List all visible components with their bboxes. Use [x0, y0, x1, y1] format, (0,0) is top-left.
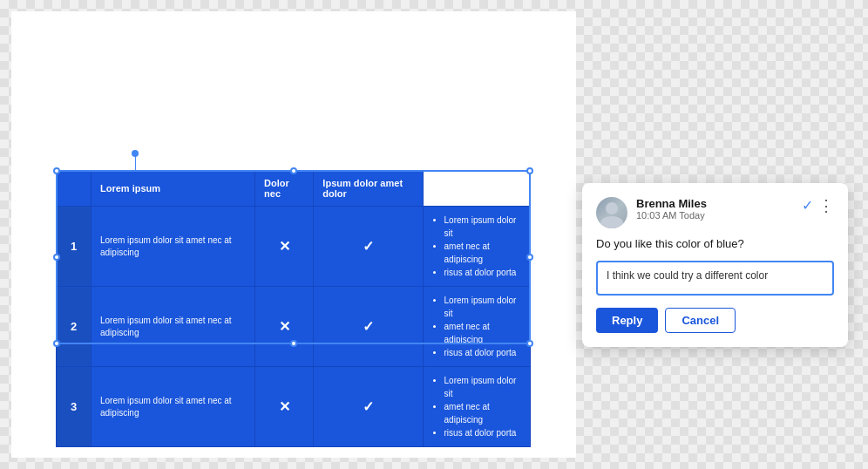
bullet-item: amet nec at adipiscing — [444, 320, 521, 346]
comment-header: Brenna Miles 10:03 AM Today ✓ ⋮ — [596, 197, 834, 228]
table-row: 1 Lorem ipsum dolor sit amet nec at adip… — [57, 207, 531, 287]
more-options-icon[interactable]: ⋮ — [818, 198, 834, 214]
bullet-item: amet nec at adipiscing — [444, 240, 521, 266]
check-icon-3 — [363, 399, 374, 414]
resolve-icon[interactable]: ✓ — [802, 197, 813, 214]
col-header-ipsum: Ipsum dolor amet dolor — [314, 171, 423, 207]
row-num-2: 2 — [57, 287, 92, 367]
bullet-item: risus at dolor porta — [444, 426, 521, 439]
col-header-dolor: Dolor nec — [255, 171, 314, 207]
comment-meta: Brenna Miles 10:03 AM Today — [636, 197, 793, 221]
bullet-item: Lorem ipsum dolor sit — [444, 374, 521, 400]
col-header-lorem: Lorem ipsum — [92, 171, 255, 207]
col-header-num — [57, 171, 92, 207]
row-cross-3 — [255, 367, 314, 447]
row-text-3: Lorem ipsum dolor sit amet nec at adipis… — [92, 367, 255, 447]
row-cross-2 — [255, 287, 314, 367]
connect-line — [135, 155, 136, 170]
check-icon-2 — [363, 319, 374, 334]
reply-input[interactable] — [596, 261, 834, 296]
avatar — [596, 197, 627, 228]
comment-actions: ✓ ⋮ — [802, 197, 834, 214]
bullet-item: risus at dolor porta — [444, 346, 521, 359]
bullet-item: Lorem ipsum dolor sit — [444, 294, 521, 320]
table-row: 3 Lorem ipsum dolor sit amet nec at adip… — [57, 367, 531, 447]
row-cross-1 — [255, 207, 314, 287]
row-bullets-3: Lorem ipsum dolor sit amet nec at adipis… — [423, 367, 530, 447]
row-check-2 — [314, 287, 423, 367]
row-text-2: Lorem ipsum dolor sit amet nec at adipis… — [92, 287, 255, 367]
row-bullets-1: Lorem ipsum dolor sit amet nec at adipis… — [423, 207, 530, 287]
row-bullets-2: Lorem ipsum dolor sit amet nec at adipis… — [423, 287, 530, 367]
row-text-1: Lorem ipsum dolor sit amet nec at adipis… — [92, 207, 255, 287]
cross-icon-1 — [279, 239, 290, 254]
row-check-3 — [314, 367, 423, 447]
connect-dot — [132, 150, 139, 157]
bullet-item: Lorem ipsum dolor sit — [444, 214, 521, 240]
row-num-3: 3 — [57, 367, 92, 447]
comment-popup: Brenna Miles 10:03 AM Today ✓ ⋮ Do you l… — [582, 183, 848, 347]
row-check-1 — [314, 207, 423, 287]
bullet-item: amet nec at adipiscing — [444, 400, 521, 426]
check-icon-1 — [363, 239, 374, 254]
table-row: 2 Lorem ipsum dolor sit amet nec at adip… — [57, 287, 531, 367]
data-table: Lorem ipsum Dolor nec Ipsum dolor amet d… — [56, 170, 531, 447]
comment-author: Brenna Miles — [636, 197, 793, 210]
cancel-button[interactable]: Cancel — [665, 308, 736, 333]
bullet-item: risus at dolor porta — [444, 266, 521, 279]
data-table-container: Lorem ipsum Dolor nec Ipsum dolor amet d… — [56, 170, 531, 447]
reply-button[interactable]: Reply — [596, 308, 658, 333]
cross-icon-3 — [279, 399, 290, 414]
row-num-1: 1 — [57, 207, 92, 287]
comment-time: 10:03 AM Today — [636, 210, 793, 221]
comment-buttons: Reply Cancel — [596, 308, 834, 333]
comment-text: Do you like this color of blue? — [596, 237, 834, 250]
cross-icon-2 — [279, 319, 290, 334]
